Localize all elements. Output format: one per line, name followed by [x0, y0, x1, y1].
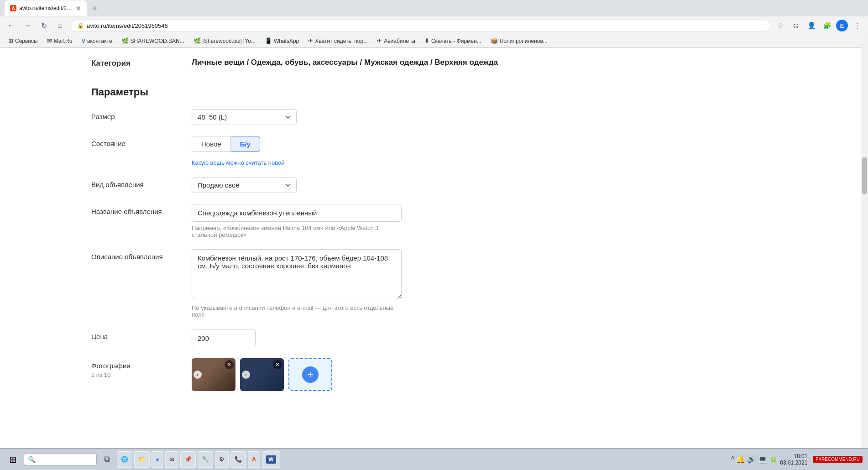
address-bar[interactable]: 🔒 avito.ru/items/edit/2061960546 [70, 20, 770, 32]
bookmark-travel[interactable]: ✈ Хватит сидеть, пор... [304, 37, 371, 45]
size-select[interactable]: 48–50 (L) 44–46 (S) 46–48 (M) 50–52 (XL)… [192, 109, 297, 125]
title-label: Название объявления [91, 204, 192, 215]
scrollbar[interactable] [861, 33, 868, 411]
tab-label: avito.ru/items/edit/206196... [19, 5, 73, 11]
bookmark-avia[interactable]: ✈ Авиабилеты [373, 37, 419, 45]
profile-button[interactable]: 👤 [805, 19, 818, 32]
price-row: Цена ₽ [91, 329, 841, 347]
home-button[interactable]: ⌂ [54, 19, 67, 32]
description-warning: Не указывайте в описании телефон и e-mai… [192, 304, 402, 318]
photo2-close-button[interactable]: ✕ [273, 360, 282, 369]
poly-icon: 📦 [491, 37, 498, 44]
title-hint: Например, «Комбинезон зимний Reima 104 с… [192, 225, 402, 238]
whatsapp-icon: 📱 [265, 37, 272, 44]
bookmark-label: Сервисы [15, 38, 38, 44]
bookmark-label: Авиабилеты [384, 38, 415, 44]
active-tab[interactable]: A avito.ru/items/edit/206196... ✕ [5, 0, 87, 16]
bookmark-whatsapp[interactable]: 📱 WhatsApp [261, 37, 303, 45]
bookmarks-bar: ⊞ Сервисы ✉ Mail.Ru V вконтакте 🌿 SHAREW… [0, 35, 868, 47]
bookmark-label: Хватит сидеть, пор... [315, 38, 368, 44]
bookmark-label: SHAREWOOD.BAN... [131, 38, 184, 44]
price-label: Цена [91, 329, 192, 340]
title-input[interactable] [192, 204, 402, 222]
condition-row: Состояние Новое Б/у Какую вещь можно счи… [91, 136, 841, 166]
extensions-button[interactable]: 🧩 [821, 19, 833, 32]
translate-icon[interactable]: G [790, 19, 802, 32]
scrollbar-thumb[interactable] [862, 157, 867, 194]
size-row: Размер 48–50 (L) 44–46 (S) 46–48 (M) 50–… [91, 109, 841, 125]
lock-icon: 🔒 [77, 22, 84, 29]
condition-help-link[interactable]: Какую вещь можно считать новой [192, 159, 284, 166]
category-value: Личные вещи / Одежда, обувь, аксессуары … [192, 57, 841, 68]
sharewood1-icon: 🌿 [121, 37, 129, 44]
bookmark-label: Полипропиленов... [500, 38, 548, 44]
condition-help: Какую вещь можно считать новой [192, 156, 402, 166]
photos-row: Фотографии 2 из 10 ‹ ✕ ‹ ✕ + [91, 358, 841, 391]
browser-tabs: A avito.ru/items/edit/206196... ✕ + [0, 0, 868, 16]
new-tab-button[interactable]: + [89, 2, 101, 15]
photos-count: 2 из 10 [91, 371, 192, 378]
category-label: Категория [91, 57, 192, 68]
photo2-nav-left[interactable]: ‹ [242, 371, 250, 379]
photo1-close-button[interactable]: ✕ [225, 360, 234, 369]
title-control: Например, «Комбинезон зимний Reima 104 с… [192, 204, 402, 238]
user-avatar[interactable]: E [836, 20, 848, 31]
condition-new-button[interactable]: Новое [192, 136, 231, 152]
photos-control: ‹ ✕ ‹ ✕ + [192, 358, 402, 391]
tab-favicon: A [10, 5, 16, 11]
price-input-wrapper: ₽ [192, 329, 256, 347]
condition-control: Новое Б/у Какую вещь можно считать новой [192, 136, 402, 166]
download-icon: ⬇ [424, 37, 429, 44]
forward-button[interactable]: → [21, 19, 34, 32]
sharewood2-icon: 🌿 [193, 37, 201, 44]
bookmark-sharewood1[interactable]: 🌿 SHAREWOOD.BAN... [118, 37, 188, 45]
bookmark-sharewood2[interactable]: 🌿 [Sharewood.biz] [Yo... [190, 37, 259, 45]
ad-type-row: Вид объявления Продаю своё Хочу купить [91, 177, 841, 193]
bookmark-vk[interactable]: V вконтакте [78, 37, 115, 45]
bookmark-download[interactable]: ⬇ Скачать - Фирмен... [421, 37, 485, 45]
avia-icon: ✈ [377, 37, 382, 44]
browser-chrome: A avito.ru/items/edit/206196... ✕ + ← → … [0, 0, 868, 48]
category-path: Личные вещи / Одежда, обувь, аксессуары … [192, 58, 498, 67]
description-textarea[interactable]: Комбинезон тёплый, на рост 170-176, объе… [192, 249, 402, 299]
travel-icon: ✈ [308, 37, 313, 44]
star-button[interactable]: ☆ [774, 19, 787, 32]
bookmark-mail[interactable]: ✉ Mail.Ru [43, 37, 76, 45]
services-icon: ⊞ [8, 37, 13, 44]
photo1-nav-left[interactable]: ‹ [193, 371, 202, 379]
description-label: Описание объявления [91, 249, 192, 261]
ad-type-control: Продаю своё Хочу купить [192, 177, 402, 193]
add-photo-icon: + [302, 366, 319, 383]
size-control: 48–50 (L) 44–46 (S) 46–48 (M) 50–52 (XL)… [192, 109, 402, 125]
bookmark-services[interactable]: ⊞ Сервисы [5, 37, 42, 45]
size-label: Размер [91, 109, 192, 120]
back-button[interactable]: ← [5, 19, 17, 32]
ad-type-label: Вид объявления [91, 177, 192, 188]
bookmark-label: Mail.Ru [54, 38, 73, 44]
photos-label: Фотографии 2 из 10 [91, 358, 192, 378]
params-heading: Параметры [91, 86, 841, 98]
address-text: avito.ru/items/edit/2061960546 [87, 22, 763, 29]
title-row: Название объявления Например, «Комбинезо… [91, 204, 841, 238]
ad-type-select[interactable]: Продаю своё Хочу купить [192, 177, 297, 193]
bookmark-label: вконтакте [87, 38, 112, 44]
toolbar-right: ☆ G 👤 🧩 E ⋮ [774, 19, 863, 32]
price-input[interactable] [192, 330, 256, 347]
reload-button[interactable]: ↻ [37, 19, 50, 32]
condition-used-button[interactable]: Б/у [231, 136, 260, 152]
bookmark-poly[interactable]: 📦 Полипропиленов... [487, 37, 551, 45]
tab-close-icon[interactable]: ✕ [76, 5, 81, 12]
photo-thumb-1[interactable]: ‹ ✕ [192, 358, 235, 391]
photos-label-text: Фотографии [91, 362, 192, 370]
photo-thumb-2[interactable]: ‹ ✕ [240, 358, 284, 391]
page-content: Категория Личные вещи / Одежда, обувь, а… [0, 48, 868, 411]
photos-section: ‹ ✕ ‹ ✕ + [192, 358, 402, 391]
browser-toolbar: ← → ↻ ⌂ 🔒 avito.ru/items/edit/2061960546… [0, 16, 868, 35]
condition-label: Состояние [91, 136, 192, 147]
bookmark-label: WhatsApp [274, 38, 299, 44]
description-row: Описание объявления Комбинезон тёплый, н… [91, 249, 841, 318]
add-photo-button[interactable]: + [288, 358, 332, 391]
price-control: ₽ [192, 329, 402, 347]
condition-toggle-group: Новое Б/у [192, 136, 402, 152]
menu-button[interactable]: ⋮ [851, 19, 863, 32]
